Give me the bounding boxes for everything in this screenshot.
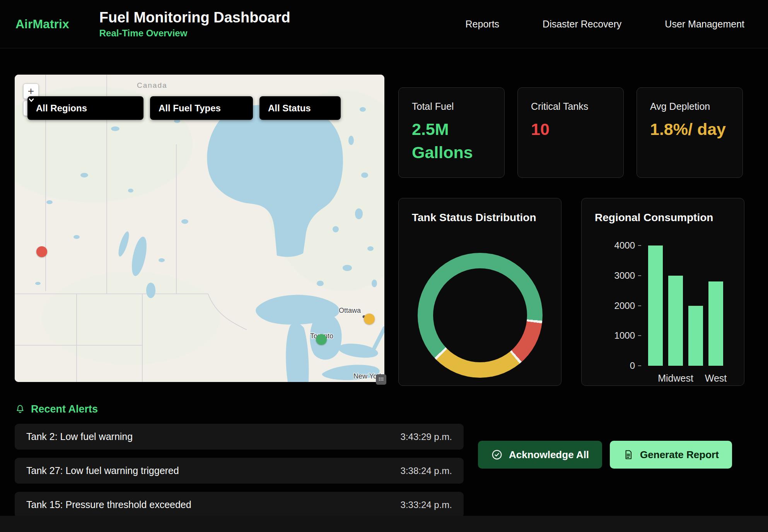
generate-report-label: Generate Report bbox=[640, 449, 719, 461]
page-subtitle: Real-Time Overview bbox=[99, 28, 290, 39]
map-marker-critical[interactable] bbox=[36, 246, 47, 257]
map-marker-warning[interactable] bbox=[364, 314, 375, 324]
region-filter-dropdown[interactable]: All Regions bbox=[27, 96, 143, 120]
alert-timestamp: 3:33:24 p.m. bbox=[401, 500, 452, 510]
alerts-header: Recent Alerts bbox=[15, 403, 768, 415]
stat-label: Total Fuel bbox=[412, 101, 491, 112]
dashboard-right-column: Total Fuel 2.5M Gallons Critical Tanks 1… bbox=[398, 75, 746, 386]
stat-label: Critical Tanks bbox=[531, 101, 610, 112]
y-axis-tick-mark bbox=[638, 245, 641, 246]
alerts-title: Recent Alerts bbox=[31, 403, 98, 415]
check-circle-icon bbox=[491, 449, 503, 460]
tank-status-donut-chart bbox=[418, 253, 543, 378]
alerts-actions: Acknowledge All Generate Report bbox=[478, 441, 732, 469]
map-container: Canada Ottawa Toronto New York + − All R… bbox=[15, 75, 384, 382]
main-nav: Reports Disaster Recovery User Managemen… bbox=[466, 19, 744, 30]
nav-item-reports[interactable]: Reports bbox=[466, 19, 500, 30]
alert-row[interactable]: Tank 27: Low fuel warning triggered 3:38… bbox=[15, 458, 464, 484]
alert-timestamp: 3:43:29 p.m. bbox=[401, 431, 452, 442]
regional-consumption-chart-card: Regional Consumption 01000200030004000Mi… bbox=[581, 198, 744, 386]
acknowledge-all-button[interactable]: Acknowledge All bbox=[478, 441, 602, 469]
y-axis-tick-label: 2000 bbox=[582, 300, 635, 312]
y-axis-tick-mark bbox=[638, 275, 641, 276]
y-axis-tick-mark bbox=[638, 365, 641, 366]
main-content: Canada Ottawa Toronto New York + − All R… bbox=[0, 48, 768, 386]
stat-value-critical-tanks: 10 bbox=[531, 118, 610, 141]
map[interactable]: Canada Ottawa Toronto New York + − All R… bbox=[15, 75, 384, 382]
consumption-bar bbox=[648, 246, 663, 366]
y-axis-tick-label: 3000 bbox=[582, 270, 635, 281]
app-header: AirMatrix Fuel Monitoring Dashboard Real… bbox=[0, 0, 768, 48]
map-attribution-toggle[interactable] bbox=[376, 374, 386, 385]
x-axis-label: West bbox=[705, 373, 727, 384]
region-filter-value: All Regions bbox=[36, 103, 87, 114]
stats-row: Total Fuel 2.5M Gallons Critical Tanks 1… bbox=[398, 87, 746, 178]
stat-card-critical-tanks: Critical Tanks 10 bbox=[517, 87, 624, 178]
acknowledge-all-label: Acknowledge All bbox=[509, 449, 589, 461]
bottom-strip bbox=[0, 516, 768, 532]
fuel-type-filter-value: All Fuel Types bbox=[159, 103, 221, 114]
generate-report-button[interactable]: Generate Report bbox=[610, 441, 732, 469]
alert-list: Tank 2: Low fuel warning 3:43:29 p.m. Ta… bbox=[15, 424, 464, 518]
map-marker-normal[interactable] bbox=[316, 334, 327, 345]
y-axis-tick-mark bbox=[638, 335, 641, 336]
map-filter-bar: All Regions All Fuel Types All Status bbox=[27, 96, 341, 120]
title-block: Fuel Monitoring Dashboard Real-Time Over… bbox=[99, 9, 290, 39]
status-filter-value: All Status bbox=[268, 103, 311, 114]
grip-dots-icon bbox=[378, 377, 384, 382]
y-axis-tick-label: 4000 bbox=[582, 240, 635, 251]
chart-title: Tank Status Distribution bbox=[399, 198, 561, 224]
consumption-bar bbox=[708, 281, 723, 366]
alert-message: Tank 2: Low fuel warning bbox=[26, 431, 133, 442]
charts-row: Tank Status Distribution Regional Consum… bbox=[398, 198, 746, 386]
alert-row[interactable]: Tank 2: Low fuel warning 3:43:29 p.m. bbox=[15, 424, 464, 450]
stat-card-total-fuel: Total Fuel 2.5M Gallons bbox=[398, 87, 505, 178]
tank-status-chart-card: Tank Status Distribution bbox=[398, 198, 561, 386]
document-icon bbox=[623, 449, 634, 460]
bell-icon bbox=[15, 404, 26, 415]
y-axis-tick-mark bbox=[638, 305, 641, 306]
stat-label: Avg Depletion bbox=[650, 101, 729, 112]
alert-message: Tank 15: Pressure threshold exceeded bbox=[26, 499, 191, 510]
nav-item-disaster-recovery[interactable]: Disaster Recovery bbox=[543, 19, 621, 30]
fuel-type-filter-dropdown[interactable]: All Fuel Types bbox=[150, 96, 253, 120]
stat-value-total-fuel: 2.5M Gallons bbox=[412, 118, 491, 164]
chart-title: Regional Consumption bbox=[582, 198, 744, 224]
y-axis-tick-label: 0 bbox=[582, 360, 635, 372]
stat-card-avg-depletion: Avg Depletion 1.8%/ day bbox=[637, 87, 743, 178]
consumption-bar bbox=[688, 306, 703, 366]
alert-row[interactable]: Tank 15: Pressure threshold exceeded 3:3… bbox=[15, 492, 464, 518]
y-axis-tick-label: 1000 bbox=[582, 330, 635, 341]
brand-logo: AirMatrix bbox=[15, 17, 69, 31]
alert-timestamp: 3:38:24 p.m. bbox=[401, 466, 452, 476]
status-filter-dropdown[interactable]: All Status bbox=[259, 96, 341, 120]
nav-item-user-management[interactable]: User Management bbox=[665, 19, 744, 30]
regional-consumption-bar-chart: 01000200030004000MidwestWest bbox=[582, 240, 744, 385]
alert-message: Tank 27: Low fuel warning triggered bbox=[26, 465, 179, 476]
stat-value-avg-depletion: 1.8%/ day bbox=[650, 118, 729, 141]
map-markers-layer bbox=[15, 75, 384, 382]
consumption-bar bbox=[668, 276, 683, 366]
page-title: Fuel Monitoring Dashboard bbox=[99, 9, 290, 26]
x-axis-label: Midwest bbox=[658, 373, 693, 384]
